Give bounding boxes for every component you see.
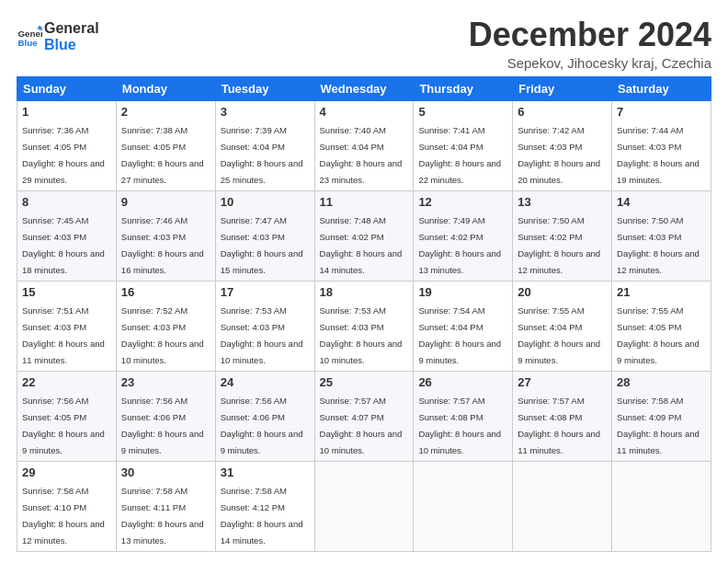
day-number: 9 bbox=[121, 195, 210, 209]
calendar-cell: 22Sunrise: 7:56 AMSunset: 4:05 PMDayligh… bbox=[17, 371, 117, 461]
day-number: 20 bbox=[518, 285, 607, 299]
day-info: Sunrise: 7:44 AMSunset: 4:03 PMDaylight:… bbox=[617, 125, 700, 185]
day-info: Sunrise: 7:46 AMSunset: 4:03 PMDaylight:… bbox=[121, 215, 204, 275]
day-info: Sunrise: 7:57 AMSunset: 4:07 PMDaylight:… bbox=[320, 396, 403, 455]
calendar-cell bbox=[612, 461, 711, 551]
calendar-cell bbox=[513, 461, 612, 551]
day-number: 19 bbox=[418, 285, 507, 299]
day-number: 4 bbox=[320, 105, 409, 119]
day-number: 7 bbox=[617, 105, 706, 119]
day-number: 8 bbox=[22, 195, 111, 209]
day-number: 30 bbox=[121, 465, 210, 479]
day-info: Sunrise: 7:45 AMSunset: 4:03 PMDaylight:… bbox=[22, 215, 105, 275]
calendar-cell: 4Sunrise: 7:40 AMSunset: 4:04 PMDaylight… bbox=[314, 100, 414, 190]
day-info: Sunrise: 7:58 AMSunset: 4:09 PMDaylight:… bbox=[617, 396, 700, 455]
calendar-cell: 21Sunrise: 7:55 AMSunset: 4:05 PMDayligh… bbox=[612, 281, 711, 371]
col-header-tuesday: Tuesday bbox=[215, 76, 314, 100]
calendar-cell: 28Sunrise: 7:58 AMSunset: 4:09 PMDayligh… bbox=[612, 371, 711, 461]
day-info: Sunrise: 7:52 AMSunset: 4:03 PMDaylight:… bbox=[121, 305, 204, 365]
header-row: SundayMondayTuesdayWednesdayThursdayFrid… bbox=[17, 76, 711, 100]
calendar-cell: 1Sunrise: 7:36 AMSunset: 4:05 PMDaylight… bbox=[17, 100, 117, 190]
calendar-cell: 14Sunrise: 7:50 AMSunset: 4:03 PMDayligh… bbox=[612, 190, 711, 281]
day-info: Sunrise: 7:42 AMSunset: 4:03 PMDaylight:… bbox=[518, 125, 600, 185]
col-header-sunday: Sunday bbox=[17, 76, 117, 100]
title-block: December 2024 Sepekov, Jihocesky kraj, C… bbox=[469, 17, 711, 71]
day-info: Sunrise: 7:40 AMSunset: 4:04 PMDaylight:… bbox=[320, 125, 403, 185]
day-info: Sunrise: 7:50 AMSunset: 4:02 PMDaylight:… bbox=[518, 215, 600, 275]
day-number: 2 bbox=[121, 105, 210, 119]
calendar-cell bbox=[414, 461, 513, 551]
day-info: Sunrise: 7:58 AMSunset: 4:11 PMDaylight:… bbox=[121, 486, 204, 546]
day-number: 31 bbox=[221, 465, 310, 479]
day-number: 29 bbox=[22, 465, 111, 479]
calendar-cell: 2Sunrise: 7:38 AMSunset: 4:05 PMDaylight… bbox=[116, 100, 215, 190]
day-info: Sunrise: 7:48 AMSunset: 4:02 PMDaylight:… bbox=[320, 215, 403, 275]
day-number: 27 bbox=[518, 375, 607, 389]
day-number: 26 bbox=[418, 375, 507, 389]
day-number: 13 bbox=[518, 195, 607, 209]
logo-icon: General Blue bbox=[17, 24, 42, 50]
calendar-cell: 31Sunrise: 7:58 AMSunset: 4:12 PMDayligh… bbox=[215, 461, 314, 551]
calendar-cell: 23Sunrise: 7:56 AMSunset: 4:06 PMDayligh… bbox=[116, 371, 215, 461]
calendar-cell bbox=[314, 461, 414, 551]
calendar-cell: 13Sunrise: 7:50 AMSunset: 4:02 PMDayligh… bbox=[513, 190, 612, 281]
week-row-4: 22Sunrise: 7:56 AMSunset: 4:05 PMDayligh… bbox=[17, 371, 711, 461]
day-number: 23 bbox=[121, 375, 210, 389]
page-container: General Blue General Blue December 2024 … bbox=[0, 0, 728, 561]
svg-text:Blue: Blue bbox=[17, 38, 38, 48]
day-number: 1 bbox=[22, 105, 111, 119]
day-number: 14 bbox=[617, 195, 706, 209]
calendar-cell: 11Sunrise: 7:48 AMSunset: 4:02 PMDayligh… bbox=[314, 190, 414, 281]
day-info: Sunrise: 7:53 AMSunset: 4:03 PMDaylight:… bbox=[320, 305, 403, 365]
day-number: 5 bbox=[418, 105, 507, 119]
calendar-cell: 18Sunrise: 7:53 AMSunset: 4:03 PMDayligh… bbox=[314, 281, 414, 371]
day-number: 12 bbox=[418, 195, 507, 209]
day-number: 10 bbox=[221, 195, 310, 209]
calendar-cell: 24Sunrise: 7:56 AMSunset: 4:06 PMDayligh… bbox=[215, 371, 314, 461]
day-info: Sunrise: 7:56 AMSunset: 4:05 PMDaylight:… bbox=[22, 396, 105, 455]
calendar: SundayMondayTuesdayWednesdayThursdayFrid… bbox=[17, 76, 711, 552]
day-number: 6 bbox=[518, 105, 607, 119]
col-header-wednesday: Wednesday bbox=[314, 76, 414, 100]
week-row-1: 1Sunrise: 7:36 AMSunset: 4:05 PMDaylight… bbox=[17, 100, 711, 190]
month-title: December 2024 bbox=[469, 17, 711, 53]
logo: General Blue General Blue bbox=[17, 20, 99, 54]
week-row-3: 15Sunrise: 7:51 AMSunset: 4:03 PMDayligh… bbox=[17, 281, 711, 371]
day-info: Sunrise: 7:41 AMSunset: 4:04 PMDaylight:… bbox=[418, 125, 501, 185]
day-info: Sunrise: 7:38 AMSunset: 4:05 PMDaylight:… bbox=[121, 125, 204, 185]
week-row-5: 29Sunrise: 7:58 AMSunset: 4:10 PMDayligh… bbox=[17, 461, 711, 551]
header: General Blue General Blue December 2024 … bbox=[17, 17, 711, 71]
day-info: Sunrise: 7:57 AMSunset: 4:08 PMDaylight:… bbox=[418, 396, 501, 455]
day-number: 11 bbox=[320, 195, 409, 209]
logo-line2: Blue bbox=[44, 37, 99, 53]
calendar-cell: 5Sunrise: 7:41 AMSunset: 4:04 PMDaylight… bbox=[414, 100, 513, 190]
calendar-cell: 25Sunrise: 7:57 AMSunset: 4:07 PMDayligh… bbox=[314, 371, 414, 461]
calendar-cell: 9Sunrise: 7:46 AMSunset: 4:03 PMDaylight… bbox=[116, 190, 215, 281]
calendar-cell: 19Sunrise: 7:54 AMSunset: 4:04 PMDayligh… bbox=[414, 281, 513, 371]
day-info: Sunrise: 7:56 AMSunset: 4:06 PMDaylight:… bbox=[121, 396, 204, 455]
calendar-cell: 26Sunrise: 7:57 AMSunset: 4:08 PMDayligh… bbox=[414, 371, 513, 461]
day-number: 22 bbox=[22, 375, 111, 389]
day-info: Sunrise: 7:53 AMSunset: 4:03 PMDaylight:… bbox=[221, 305, 303, 365]
day-info: Sunrise: 7:55 AMSunset: 4:04 PMDaylight:… bbox=[518, 305, 600, 365]
day-info: Sunrise: 7:49 AMSunset: 4:02 PMDaylight:… bbox=[418, 215, 501, 275]
day-info: Sunrise: 7:39 AMSunset: 4:04 PMDaylight:… bbox=[221, 125, 303, 185]
day-number: 16 bbox=[121, 285, 210, 299]
calendar-cell: 8Sunrise: 7:45 AMSunset: 4:03 PMDaylight… bbox=[17, 190, 117, 281]
col-header-thursday: Thursday bbox=[414, 76, 513, 100]
subtitle: Sepekov, Jihocesky kraj, Czechia bbox=[469, 55, 711, 71]
col-header-saturday: Saturday bbox=[612, 76, 711, 100]
day-number: 18 bbox=[320, 285, 409, 299]
calendar-cell: 3Sunrise: 7:39 AMSunset: 4:04 PMDaylight… bbox=[215, 100, 314, 190]
day-number: 25 bbox=[320, 375, 409, 389]
calendar-cell: 30Sunrise: 7:58 AMSunset: 4:11 PMDayligh… bbox=[116, 461, 215, 551]
day-info: Sunrise: 7:54 AMSunset: 4:04 PMDaylight:… bbox=[418, 305, 501, 365]
day-number: 24 bbox=[221, 375, 310, 389]
day-number: 17 bbox=[221, 285, 310, 299]
calendar-cell: 15Sunrise: 7:51 AMSunset: 4:03 PMDayligh… bbox=[17, 281, 117, 371]
calendar-cell: 6Sunrise: 7:42 AMSunset: 4:03 PMDaylight… bbox=[513, 100, 612, 190]
logo-line1: General bbox=[44, 20, 99, 37]
col-header-monday: Monday bbox=[116, 76, 215, 100]
day-info: Sunrise: 7:50 AMSunset: 4:03 PMDaylight:… bbox=[617, 215, 700, 275]
calendar-cell: 10Sunrise: 7:47 AMSunset: 4:03 PMDayligh… bbox=[215, 190, 314, 281]
